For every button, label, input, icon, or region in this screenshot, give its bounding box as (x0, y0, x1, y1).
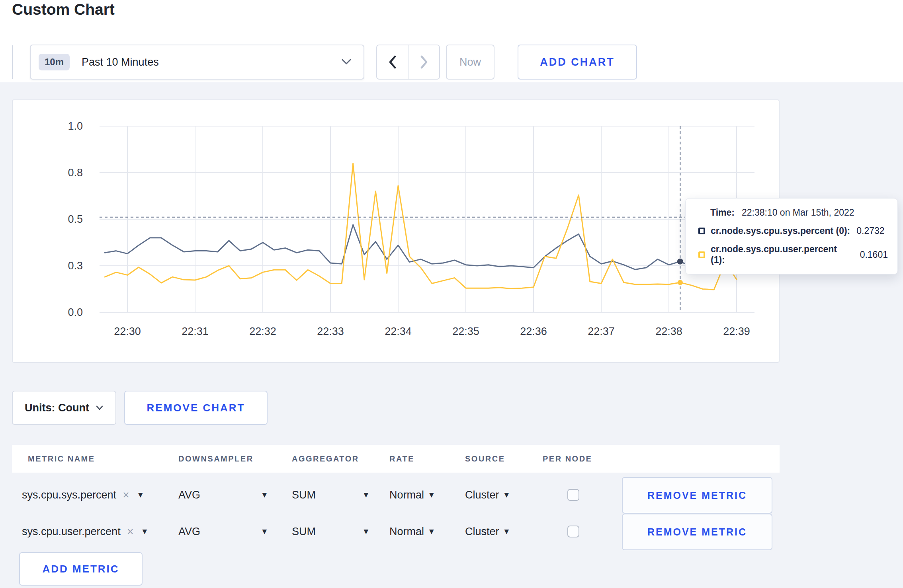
caret-down-icon: ▼ (504, 528, 509, 535)
rate-select[interactable]: Normal ▼ (389, 477, 434, 513)
tooltip-series-row: cr.node.sys.cpu.user.percent (1): 0.1601 (698, 244, 888, 265)
chevron-left-icon (388, 55, 397, 69)
caret-down-icon: ▼ (364, 491, 368, 498)
remove-metric-button[interactable]: REMOVE METRIC (622, 514, 772, 550)
svg-text:22:35: 22:35 (452, 325, 479, 337)
tooltip-series-value: 0.2732 (856, 226, 884, 236)
tooltip-time-row: Time:22:38:10 on Mar 15th, 2022 (698, 207, 888, 218)
metric-row: sys.cpu.user.percent × ▼ AVG ▼ SUM ▼ Nor… (12, 513, 780, 550)
caret-down-icon: ▼ (429, 528, 434, 535)
source-select[interactable]: Cluster ▼ (465, 477, 509, 513)
rate-select[interactable]: Normal ▼ (389, 513, 434, 550)
aggregator-value: SUM (292, 526, 316, 538)
add-chart-button[interactable]: ADD CHART (518, 45, 637, 80)
remove-metric-button[interactable]: REMOVE METRIC (622, 477, 772, 514)
caret-down-icon: ▼ (138, 491, 143, 498)
tooltip-time-value: 22:38:10 on Mar 15th, 2022 (742, 207, 854, 218)
col-header-aggregator: AGGREGATOR (292, 445, 359, 473)
svg-text:22:39: 22:39 (723, 325, 750, 337)
svg-text:22:31: 22:31 (182, 325, 209, 337)
downsampler-select[interactable]: AVG ▼ (178, 513, 267, 550)
chevron-right-icon (420, 55, 428, 69)
svg-text:22:38: 22:38 (655, 325, 682, 337)
units-label: Units: Count (25, 402, 89, 414)
time-range-dropdown[interactable]: 10m Past 10 Minutes (30, 45, 364, 80)
caret-down-icon: ▼ (262, 491, 267, 498)
col-header-metric-name: METRIC NAME (28, 445, 95, 473)
downsampler-select[interactable]: AVG ▼ (178, 477, 267, 513)
svg-text:22:33: 22:33 (317, 325, 344, 337)
time-range-badge: 10m (39, 54, 70, 70)
now-button[interactable]: Now (446, 45, 494, 80)
svg-text:0.5: 0.5 (68, 213, 83, 225)
aggregator-select[interactable]: SUM ▼ (292, 513, 368, 550)
metric-name-select[interactable]: sys.cpu.sys.percent × ▼ (22, 477, 143, 513)
caret-down-icon: ▼ (429, 491, 434, 498)
svg-text:0.3: 0.3 (68, 260, 83, 272)
metric-name: sys.cpu.sys.percent (22, 489, 116, 501)
chevron-down-icon (341, 58, 352, 65)
downsampler-value: AVG (178, 526, 200, 538)
custom-chart-page: Custom Chart 10m Past 10 Minutes Now ADD… (0, 0, 903, 588)
remove-chart-button[interactable]: REMOVE CHART (124, 391, 268, 425)
rate-value: Normal (389, 526, 424, 538)
svg-text:22:37: 22:37 (588, 325, 615, 337)
svg-text:22:30: 22:30 (114, 325, 141, 337)
caret-down-icon: ▼ (364, 528, 368, 535)
tooltip-series-label: cr.node.sys.cpu.sys.percent (0): (711, 226, 850, 236)
col-header-per-node: PER NODE (543, 445, 592, 473)
cpu-usage-chart[interactable]: 0.00.30.50.81.022:3022:3122:3222:3322:34… (12, 99, 780, 363)
per-node-checkbox[interactable] (567, 489, 579, 501)
user-percent-swatch-icon (698, 251, 705, 258)
svg-text:1.0: 1.0 (68, 120, 83, 132)
clear-metric-icon[interactable]: × (127, 526, 134, 537)
col-header-rate: RATE (389, 445, 414, 473)
toolbar-divider (12, 45, 13, 79)
caret-down-icon: ▼ (143, 528, 147, 535)
col-header-source: SOURCE (465, 445, 505, 473)
add-metric-button[interactable]: ADD METRIC (19, 552, 143, 586)
metric-row: sys.cpu.sys.percent × ▼ AVG ▼ SUM ▼ Norm… (12, 477, 780, 513)
clear-metric-icon[interactable]: × (123, 489, 129, 501)
svg-text:22:32: 22:32 (249, 325, 276, 337)
chevron-down-icon (96, 405, 104, 411)
caret-down-icon: ▼ (504, 491, 509, 498)
metric-name-select[interactable]: sys.cpu.user.percent × ▼ (22, 513, 147, 550)
page-title: Custom Chart (12, 1, 115, 18)
tooltip-series-label: cr.node.sys.cpu.user.percent (1): (711, 244, 854, 265)
per-node-checkbox[interactable] (567, 526, 579, 537)
aggregator-value: SUM (292, 489, 316, 501)
svg-text:0.0: 0.0 (68, 306, 83, 318)
time-range-label: Past 10 Minutes (82, 56, 159, 68)
tooltip-time-label: Time: (710, 207, 735, 218)
col-header-downsampler: DOWNSAMPLER (178, 445, 254, 473)
metrics-table-header: METRIC NAME DOWNSAMPLER AGGREGATOR RATE … (12, 445, 780, 473)
svg-text:0.8: 0.8 (68, 167, 83, 179)
aggregator-select[interactable]: SUM ▼ (292, 477, 368, 513)
units-dropdown[interactable]: Units: Count (12, 391, 116, 425)
svg-text:22:34: 22:34 (385, 325, 412, 337)
prev-range-button[interactable] (377, 45, 408, 79)
caret-down-icon: ▼ (262, 528, 267, 535)
sys-percent-swatch-icon (698, 228, 705, 234)
source-value: Cluster (465, 489, 499, 501)
next-range-button[interactable] (408, 45, 439, 79)
tooltip-series-value: 0.1601 (860, 249, 888, 260)
source-value: Cluster (465, 526, 499, 538)
chart-tooltip: Time:22:38:10 on Mar 15th, 2022 cr.node.… (685, 198, 898, 275)
tooltip-series-row: cr.node.sys.cpu.sys.percent (0): 0.2732 (698, 226, 888, 236)
metric-name: sys.cpu.user.percent (22, 526, 121, 538)
source-select[interactable]: Cluster ▼ (465, 513, 509, 550)
rate-value: Normal (389, 489, 424, 501)
time-step-group (376, 45, 440, 80)
downsampler-value: AVG (178, 489, 200, 501)
svg-text:22:36: 22:36 (520, 325, 547, 337)
